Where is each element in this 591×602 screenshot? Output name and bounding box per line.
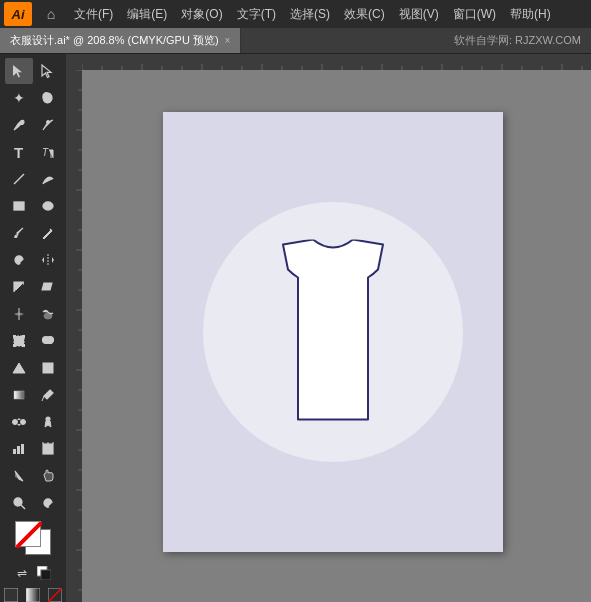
- width-tool[interactable]: [5, 301, 33, 327]
- artboard: [163, 112, 503, 552]
- svg-point-27: [20, 420, 25, 425]
- svg-line-25: [42, 396, 44, 401]
- rotate-view-tool[interactable]: [34, 490, 62, 516]
- tool-row-4: T T: [2, 139, 64, 165]
- tool-row-7: [2, 220, 64, 246]
- svg-rect-51: [82, 54, 591, 70]
- color-controls: ⇌: [12, 563, 54, 583]
- canvas-area: [66, 54, 591, 602]
- horizontal-ruler: [66, 54, 591, 70]
- menubar: Ai ⌂ 文件(F) 编辑(E) 对象(O) 文字(T) 选择(S) 效果(C)…: [0, 0, 591, 28]
- pen-tool[interactable]: [5, 112, 33, 138]
- lasso-tool[interactable]: [34, 85, 62, 111]
- toolbar: ✦ T T: [0, 54, 66, 602]
- menu-effect[interactable]: 效果(C): [338, 4, 391, 25]
- foreground-color-swatch[interactable]: [15, 521, 41, 547]
- rectangle-tool[interactable]: [5, 193, 33, 219]
- tabbar: 衣服设计.ai* @ 208.8% (CMYK/GPU 预览) × 软件自学网:…: [0, 28, 591, 54]
- line-tool[interactable]: [5, 166, 33, 192]
- menu-text[interactable]: 文字(T): [231, 4, 282, 25]
- svg-rect-17: [22, 344, 25, 347]
- symbol-sprayer-tool[interactable]: [34, 409, 62, 435]
- mesh-tool[interactable]: [34, 355, 62, 381]
- tab-label: 衣服设计.ai* @ 208.8% (CMYK/GPU 预览): [10, 33, 219, 48]
- svg-line-47: [48, 588, 62, 602]
- tool-row-11: [2, 328, 64, 354]
- rotate-tool[interactable]: [5, 247, 33, 273]
- menu-help[interactable]: 帮助(H): [504, 4, 557, 25]
- magic-wand-tool[interactable]: ✦: [5, 85, 33, 111]
- tool-row-12: [2, 355, 64, 381]
- menu-object[interactable]: 对象(O): [175, 4, 228, 25]
- active-tab[interactable]: 衣服设计.ai* @ 208.8% (CMYK/GPU 预览) ×: [0, 28, 241, 53]
- slice-tool[interactable]: [5, 463, 33, 489]
- type-tool[interactable]: T: [5, 139, 33, 165]
- eyedropper-tool[interactable]: [34, 382, 62, 408]
- svg-point-19: [46, 337, 53, 344]
- tool-row-5: [2, 166, 64, 192]
- svg-point-12: [44, 313, 52, 319]
- free-transform-tool[interactable]: [5, 328, 33, 354]
- tool-row-14: [2, 409, 64, 435]
- svg-rect-14: [13, 335, 16, 338]
- solid-fill-icon[interactable]: [1, 585, 21, 602]
- warp-tool[interactable]: [34, 301, 62, 327]
- tool-row-3: [2, 112, 64, 138]
- garment-shape[interactable]: [268, 240, 398, 425]
- shear-tool[interactable]: [34, 274, 62, 300]
- reset-colors-icon[interactable]: [34, 563, 54, 583]
- menu-select[interactable]: 选择(S): [284, 4, 336, 25]
- svg-rect-16: [13, 344, 16, 347]
- tab-close-button[interactable]: ×: [225, 35, 231, 46]
- swap-colors-icon[interactable]: ⇌: [12, 563, 32, 583]
- bar-graph-tool[interactable]: [5, 436, 33, 462]
- touch-type-tool[interactable]: T: [34, 139, 62, 165]
- svg-line-3: [14, 174, 24, 184]
- direct-selection-tool[interactable]: [34, 58, 62, 84]
- no-fill-icon[interactable]: [45, 585, 65, 602]
- tool-row-6: [2, 193, 64, 219]
- curvature-tool[interactable]: [34, 112, 62, 138]
- main-area: ✦ T T: [0, 54, 591, 602]
- home-icon[interactable]: ⌂: [40, 3, 62, 25]
- shape-builder-tool[interactable]: [34, 328, 62, 354]
- tool-row-17: [2, 490, 64, 516]
- pencil-tool[interactable]: [34, 220, 62, 246]
- perspective-grid-tool[interactable]: [5, 355, 33, 381]
- arc-tool[interactable]: [34, 166, 62, 192]
- hand-tool[interactable]: [34, 463, 62, 489]
- selection-tool[interactable]: [5, 58, 33, 84]
- svg-rect-30: [17, 446, 20, 454]
- tool-row-10: [2, 301, 64, 327]
- menu-edit[interactable]: 编辑(E): [121, 4, 173, 25]
- tab-right-info: 软件自学网: RJZXW.COM: [241, 28, 591, 53]
- svg-rect-29: [13, 449, 16, 454]
- paintbrush-tool[interactable]: [5, 220, 33, 246]
- svg-point-28: [46, 417, 50, 421]
- ai-logo: Ai: [4, 2, 32, 26]
- tool-row-16: [2, 463, 64, 489]
- reflect-tool[interactable]: [34, 247, 62, 273]
- svg-text:T: T: [42, 147, 49, 158]
- blend-tool[interactable]: [5, 409, 33, 435]
- svg-rect-32: [43, 444, 53, 454]
- artboard-tool[interactable]: [34, 436, 62, 462]
- gradient-tool[interactable]: [5, 382, 33, 408]
- tool-row-9: [2, 274, 64, 300]
- menu-window[interactable]: 窗口(W): [447, 4, 502, 25]
- menu-file[interactable]: 文件(F): [68, 4, 119, 25]
- menu-view[interactable]: 视图(V): [393, 4, 445, 25]
- color-section: ⇌: [2, 521, 64, 602]
- zoom-tool[interactable]: [5, 490, 33, 516]
- svg-point-6: [14, 235, 17, 238]
- fill-type-controls: [1, 585, 65, 602]
- svg-rect-4: [14, 202, 24, 210]
- svg-rect-45: [26, 588, 40, 602]
- ellipse-tool[interactable]: [34, 193, 62, 219]
- svg-point-1: [46, 121, 49, 124]
- scale-tool[interactable]: [5, 274, 33, 300]
- svg-rect-24: [14, 391, 24, 399]
- svg-rect-15: [22, 335, 25, 338]
- svg-marker-9: [22, 283, 24, 285]
- gradient-fill-icon[interactable]: [23, 585, 43, 602]
